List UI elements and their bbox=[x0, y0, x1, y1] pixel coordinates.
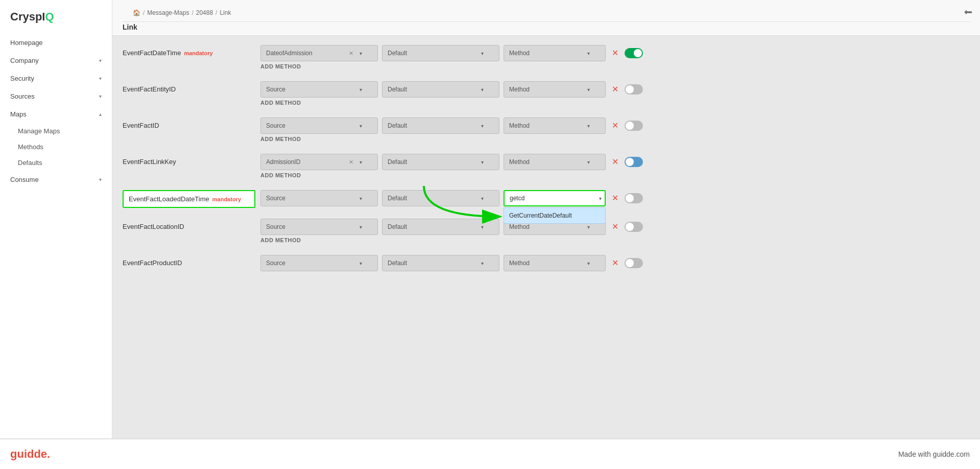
logout-button[interactable]: ⮕ bbox=[963, 8, 972, 18]
footer: guidde. Made with guidde.com bbox=[0, 438, 980, 469]
chevron-down-icon: ▾ bbox=[481, 196, 484, 201]
default-select-row3[interactable]: Default ▾ bbox=[382, 118, 499, 134]
row-controls: AdmissionID ✕ ▾ Default ▾ bbox=[260, 154, 970, 179]
clear-icon[interactable]: ✕ bbox=[349, 50, 353, 57]
chevron-down-icon: ▾ bbox=[360, 159, 362, 165]
sidebar-item-homepage[interactable]: Homepage bbox=[0, 34, 112, 52]
sidebar-item-defaults[interactable]: Defaults bbox=[0, 155, 112, 171]
delete-button[interactable]: ✕ bbox=[610, 120, 620, 132]
sidebar-item-methods[interactable]: Methods bbox=[0, 139, 112, 155]
clear-icon[interactable]: ✕ bbox=[349, 159, 353, 166]
row-label-eventfactlocationid: EventFactLocationID bbox=[123, 219, 255, 230]
row-controls: Source ▾ Default ▾ bbox=[260, 190, 970, 206]
footer-tagline: Made with guidde.com bbox=[898, 450, 970, 458]
chevron-down-icon: ▾ bbox=[481, 224, 484, 230]
chevron-down-icon: ▾ bbox=[587, 87, 590, 92]
add-method-label[interactable]: ADD METHOD bbox=[260, 171, 970, 179]
row-label-eventfactdatetime: EventFactDateTime mandatory bbox=[123, 45, 255, 57]
source-select-row4[interactable]: AdmissionID ✕ ▾ bbox=[260, 154, 378, 170]
method-select-row2[interactable]: Method ▾ bbox=[504, 81, 606, 98]
method-dropdown: GetCurrentDateDefault bbox=[504, 207, 606, 224]
delete-button[interactable]: ✕ bbox=[610, 257, 620, 269]
add-method-label[interactable]: ADD METHOD bbox=[260, 62, 970, 71]
default-select-row1[interactable]: Default ▾ bbox=[382, 45, 499, 61]
method-search-input[interactable] bbox=[504, 190, 606, 206]
chevron-down-icon: ▾ bbox=[99, 93, 102, 99]
row-controls: Source ▾ Default ▾ Metho bbox=[260, 118, 970, 143]
row-label-eventfactlinkkey: EventFactLinkKey bbox=[123, 154, 255, 166]
default-select-row5[interactable]: Default ▾ bbox=[382, 190, 499, 206]
toggle-row6[interactable] bbox=[625, 222, 643, 232]
table-row: EventFactLinkKey AdmissionID ✕ ▾ bbox=[123, 150, 970, 183]
chevron-down-icon: ▾ bbox=[587, 123, 590, 129]
logo-q: Q bbox=[45, 10, 54, 23]
chevron-down-icon: ▾ bbox=[360, 224, 362, 230]
method-select-row3[interactable]: Method ▾ bbox=[504, 118, 606, 134]
sidebar-item-maps[interactable]: Maps ▴ bbox=[0, 105, 112, 123]
default-select-row6[interactable]: Default ▾ bbox=[382, 219, 499, 235]
source-select-row3[interactable]: Source ▾ bbox=[260, 118, 378, 134]
chevron-down-icon: ▾ bbox=[587, 224, 590, 230]
chevron-down-icon: ▾ bbox=[360, 123, 362, 129]
source-select-row6[interactable]: Source ▾ bbox=[260, 219, 378, 235]
default-select-row7[interactable]: Default ▾ bbox=[382, 255, 499, 271]
chevron-down-icon: ▾ bbox=[360, 51, 362, 56]
method-select-row7[interactable]: Method ▾ bbox=[504, 255, 606, 271]
toggle-row5[interactable] bbox=[625, 193, 643, 203]
add-method-label[interactable]: ADD METHOD bbox=[260, 236, 970, 244]
sidebar-item-manage-maps[interactable]: Manage Maps bbox=[0, 123, 112, 139]
chevron-down-icon: ▾ bbox=[481, 87, 484, 92]
chevron-down-icon: ▾ bbox=[587, 51, 590, 56]
row-label-eventfactid: EventFactID bbox=[123, 118, 255, 129]
table-row: EventFactEntityID Source ▾ Default bbox=[123, 77, 970, 111]
sidebar-item-sources[interactable]: Sources ▾ bbox=[0, 87, 112, 105]
source-select-row7[interactable]: Source ▾ bbox=[260, 255, 378, 271]
delete-button[interactable]: ✕ bbox=[610, 221, 620, 233]
toggle-row4[interactable] bbox=[625, 157, 643, 167]
toggle-row3[interactable] bbox=[625, 121, 643, 131]
breadcrumb-message-maps[interactable]: Message-Maps bbox=[147, 9, 189, 16]
add-method-label[interactable]: ADD METHOD bbox=[260, 135, 970, 143]
breadcrumb-id: 20488 bbox=[196, 9, 213, 16]
chevron-down-icon: ▾ bbox=[481, 261, 484, 266]
source-select-row5[interactable]: Source ▾ bbox=[260, 190, 378, 206]
row-label-eventfactloadeddatetime: EventFactLoadedDateTime mandatory bbox=[123, 190, 255, 208]
header: 🏠 / Message-Maps / 20488 / Link Link ⮕ bbox=[112, 0, 980, 36]
app-logo: CryspIQ bbox=[0, 5, 112, 34]
source-select-row2[interactable]: Source ▾ bbox=[260, 81, 378, 98]
row-controls: Source ▾ Default ▾ Metho bbox=[260, 219, 970, 244]
dropdown-item-getcurrentdatedefault[interactable]: GetCurrentDateDefault bbox=[504, 208, 605, 223]
delete-button[interactable]: ✕ bbox=[610, 47, 620, 59]
row-controls: Source ▾ Default ▾ Metho bbox=[260, 255, 970, 271]
source-select-row1[interactable]: DateofAdmission ✕ ▾ bbox=[260, 45, 378, 61]
breadcrumb: 🏠 / Message-Maps / 20488 / Link bbox=[123, 4, 970, 22]
breadcrumb-current: Link bbox=[220, 9, 231, 16]
add-method-label[interactable]: ADD METHOD bbox=[260, 99, 970, 107]
toggle-row7[interactable] bbox=[625, 258, 643, 268]
chevron-down-icon: ▾ bbox=[587, 261, 590, 266]
footer-logo: guidde. bbox=[10, 448, 50, 461]
chevron-down-icon: ▾ bbox=[99, 58, 102, 63]
sidebar-item-company[interactable]: Company ▾ bbox=[0, 52, 112, 69]
sidebar-item-security[interactable]: Security ▾ bbox=[0, 69, 112, 87]
sidebar-item-consume[interactable]: Consume ▾ bbox=[0, 171, 112, 189]
main-content: 🏠 / Message-Maps / 20488 / Link Link ⮕ E… bbox=[112, 0, 980, 438]
content-area: EventFactDateTime mandatory DateofAdmiss… bbox=[112, 36, 980, 438]
toggle-row1[interactable] bbox=[625, 48, 643, 58]
chevron-down-icon: ▾ bbox=[481, 51, 484, 56]
default-select-row2[interactable]: Default ▾ bbox=[382, 81, 499, 98]
logo-crys: CryspI bbox=[10, 10, 45, 23]
chevron-down-icon: ▾ bbox=[481, 159, 484, 165]
toggle-row2[interactable] bbox=[625, 84, 643, 95]
delete-button[interactable]: ✕ bbox=[610, 156, 620, 168]
table-row: EventFactID Source ▾ Default bbox=[123, 113, 970, 147]
delete-button[interactable]: ✕ bbox=[610, 83, 620, 96]
chevron-down-icon: ▾ bbox=[99, 76, 102, 81]
chevron-down-icon: ▾ bbox=[360, 261, 362, 266]
chevron-down-icon: ▾ bbox=[360, 87, 362, 92]
delete-button[interactable]: ✕ bbox=[610, 192, 620, 204]
home-icon: 🏠 bbox=[133, 9, 140, 16]
method-select-row4[interactable]: Method ▾ bbox=[504, 154, 606, 170]
method-select-row1[interactable]: Method ▾ bbox=[504, 45, 606, 61]
default-select-row4[interactable]: Default ▾ bbox=[382, 154, 499, 170]
